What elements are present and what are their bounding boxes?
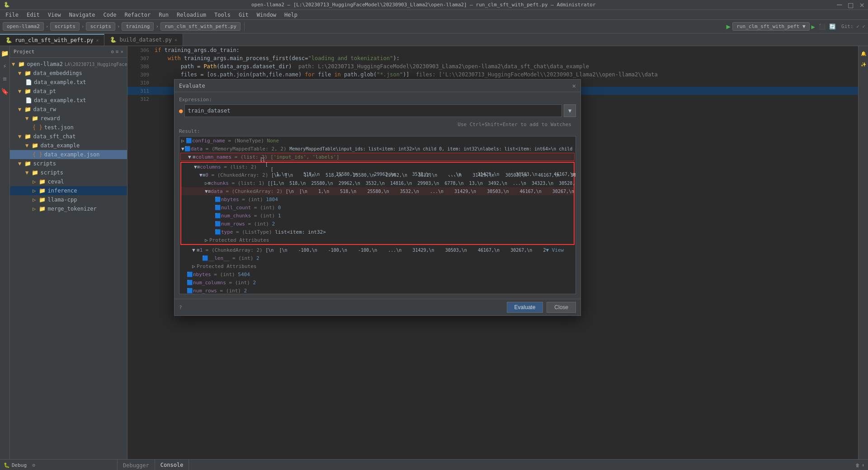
tree-data-example-txt2[interactable]: 📄 data_example.txt — [10, 96, 127, 105]
menu-refactor[interactable]: Refactor — [121, 11, 154, 19]
tab-console[interactable]: Console — [155, 460, 189, 470]
menu-git[interactable]: Git — [235, 11, 252, 19]
result-row-type[interactable]: 🟦 type = (ListType) list<item: int32> — [181, 228, 574, 236]
run-config-label[interactable]: run_clm_sft_with_peft ▼ — [732, 22, 809, 31]
menu-tools[interactable]: Tools — [211, 11, 234, 19]
title-bar: 🐍 open-llama2 – [L:\20230713_HuggingFace… — [0, 0, 868, 10]
debug-icon[interactable]: 🐛 — [4, 462, 10, 468]
result-tree[interactable]: ▷ 🟦 config_name = (NoneType) None ▼ 🟦 da… — [179, 136, 576, 294]
tree-data-pt-label: data_pt — [33, 88, 56, 94]
menu-window[interactable]: Window — [253, 11, 280, 19]
tree-data-example-json[interactable]: { } data_example.json — [10, 150, 127, 159]
tree-llama-cpp[interactable]: ▷ 📁 llama-cpp — [10, 195, 127, 204]
debugger-settings[interactable]: ⚙ — [32, 462, 35, 468]
console-scroll-end[interactable]: ⬇ — [862, 463, 864, 468]
breadcrumb-scripts1[interactable]: scripts — [50, 22, 79, 31]
tree-scripts2[interactable]: ▼ 📁 scripts — [10, 168, 127, 177]
project-icon[interactable]: 📁 — [1, 50, 9, 57]
tree-ceval[interactable]: ▷ 📁 ceval — [10, 177, 127, 186]
tree-merge-tokenizer[interactable]: ▷ 📁 merge_tokenizer — [10, 204, 127, 213]
breadcrumb-training[interactable]: training — [122, 22, 154, 31]
result-icon: 🟦 — [186, 138, 192, 144]
expression-input[interactable]: train_dataset — [184, 104, 562, 117]
project-settings-icon[interactable]: ⚙ — [111, 49, 114, 55]
expression-value: train_dataset — [188, 108, 230, 114]
evaluate-button[interactable]: Evaluate — [507, 302, 543, 313]
result-row-nbytes-top[interactable]: 🟦 nbytes = (int) 5404 — [179, 270, 576, 278]
project-collapse-icon[interactable]: ≡ — [116, 49, 119, 55]
tree-reward[interactable]: ▼ 📁 reward — [10, 114, 127, 123]
left-panel: Project ⚙ ≡ × ▼ 📁 open-llama2 LA\2023071… — [10, 46, 127, 459]
bookmark-icon[interactable]: 🔖 — [1, 88, 9, 95]
result-row-protected1[interactable]: ▷ Protected Attributes — [181, 236, 574, 244]
expression-section: Expression: ● train_dataset ▼ — [179, 97, 576, 117]
tree-data-example-txt1-label: data_example.txt — [34, 79, 86, 85]
tree-root[interactable]: ▼ 📁 open-llama2 LA\20230713_HuggingFaceM… — [10, 60, 127, 69]
close-button[interactable]: Close — [547, 302, 576, 313]
tab-build-dataset[interactable]: 🐍 build_dataset.py × — [104, 34, 183, 46]
rerun-button[interactable]: 🔄 — [829, 24, 836, 30]
tree-inference[interactable]: ▷ 📁 inference — [10, 186, 127, 195]
run-button[interactable]: ▶ — [726, 22, 731, 31]
notifications-icon[interactable]: 🔔 — [860, 50, 867, 57]
expand-arrow-cols: ▼ — [188, 154, 193, 160]
result-row-1[interactable]: ▼ ≡ 1 = (ChunkedArray: 2) [\n [\n -100,\… — [179, 246, 576, 254]
result-row-nbytes[interactable]: 🟦 nbytes = (int) 1804 — [181, 195, 574, 203]
tree-data-example-folder[interactable]: ▼ 📁 data_example — [10, 141, 127, 150]
menu-view[interactable]: View — [44, 11, 65, 19]
result-row-columns[interactable]: ▼ ≡ columns = (list: 2) [[ [ [ 1,\n 518,… — [181, 163, 574, 171]
file-icon-txt1: 📄 — [25, 79, 32, 85]
menu-navigate[interactable]: Navigate — [66, 11, 99, 19]
result-row-len[interactable]: 🟦 __len__ = (int) 2 — [179, 254, 576, 262]
tree-test-json[interactable]: { } test.json — [10, 123, 127, 132]
breadcrumb-file[interactable]: run_clm_sft_with_peft.py — [160, 22, 241, 31]
result-section: Result: ▷ 🟦 config_name = (NoneType) Non… — [179, 128, 576, 294]
tab-debugger[interactable]: Debugger — [118, 460, 155, 470]
console-clear[interactable]: 🗑 — [855, 463, 860, 468]
result-row-null-count[interactable]: 🟦 null_count = (int) 0 — [181, 203, 574, 212]
tab-run-clm-close[interactable]: × — [96, 38, 99, 43]
breadcrumb-scripts2[interactable]: scripts — [86, 22, 115, 31]
stop-button[interactable]: ⬛ — [819, 24, 826, 30]
maximize-button[interactable]: □ — [848, 1, 853, 9]
git-icon[interactable]: ⚡ — [3, 62, 6, 70]
result-row-config[interactable]: ▷ 🟦 config_name = (NoneType) None — [179, 136, 576, 145]
tree-scripts[interactable]: ▼ 📁 scripts — [10, 159, 127, 168]
structure-icon[interactable]: ≡ — [3, 75, 6, 82]
1-view[interactable]: ▼ View — [546, 247, 564, 253]
result-row-0[interactable]: ▼ ≡ 0 = (ChunkedArray: 2) [\n [\n 1,\n 5… — [181, 171, 574, 179]
console-toolbar: 🗑 ⬇ — [855, 463, 868, 468]
folder-icon-ceval: ▷ 📁 — [33, 179, 46, 185]
result-row-data-sub[interactable]: ▼ ≡ data = (ChunkedArray: 2) [\n [\n 1,\… — [181, 187, 574, 195]
expression-dropdown[interactable]: ▼ — [564, 104, 576, 117]
result-row-data[interactable]: ▼ 🟦 data = (MemoryMappedTable: 2, 2) Mem… — [179, 145, 576, 153]
tab-build-dataset-close[interactable]: × — [175, 38, 177, 42]
result-row-protected2[interactable]: ▷ Protected Attributes — [179, 262, 576, 270]
menu-run[interactable]: Run — [155, 11, 172, 19]
project-close-icon[interactable]: × — [120, 49, 123, 55]
ai-icon[interactable]: ✨ — [860, 61, 867, 68]
menu-file[interactable]: File — [2, 11, 22, 19]
result-row-chunks[interactable]: ▷ ≡ chunks = (list: 1) [[1,\n 518,\n 255… — [181, 179, 574, 187]
menu-code[interactable]: Code — [100, 11, 120, 19]
result-row-num-columns[interactable]: 🟦 num_columns = (int) 2 — [179, 278, 576, 287]
result-row-num-rows-sub[interactable]: 🟦 num_rows = (int) 2 — [181, 220, 574, 228]
tree-data-pt[interactable]: ▼ 📁 data_pt — [10, 87, 127, 96]
menu-help[interactable]: Help — [281, 11, 301, 19]
tree-data-sft-chat[interactable]: ▼ 📁 data_sft_chat — [10, 132, 127, 141]
close-button[interactable]: × — [859, 1, 864, 9]
menu-edit[interactable]: Edit — [23, 11, 43, 19]
tab-run-clm[interactable]: 🐍 run_clm_sft_with_peft.py × — [0, 34, 104, 46]
menu-reloadium[interactable]: Reloadium — [173, 11, 210, 19]
tree-scripts2-label: scripts — [40, 169, 63, 176]
window-controls[interactable]: ─ □ × — [837, 1, 864, 9]
tree-data-example-txt1[interactable]: 📄 data_example.txt — [10, 78, 127, 87]
evaluate-close-icon[interactable]: × — [572, 82, 576, 89]
tree-data-embeddings[interactable]: ▼ 📁 data_embeddings — [10, 69, 127, 78]
tree-data-rw[interactable]: ▼ 📁 data_rw — [10, 105, 127, 114]
minimize-button[interactable]: ─ — [837, 1, 842, 9]
debug-run-button[interactable]: ▶ — [811, 23, 815, 30]
result-row-num-rows[interactable]: 🟦 num_rows = (int) 2 — [179, 287, 576, 294]
help-icon[interactable]: ? — [179, 302, 182, 313]
result-row-num-chunks[interactable]: 🟦 num_chunks = (int) 1 — [181, 212, 574, 220]
